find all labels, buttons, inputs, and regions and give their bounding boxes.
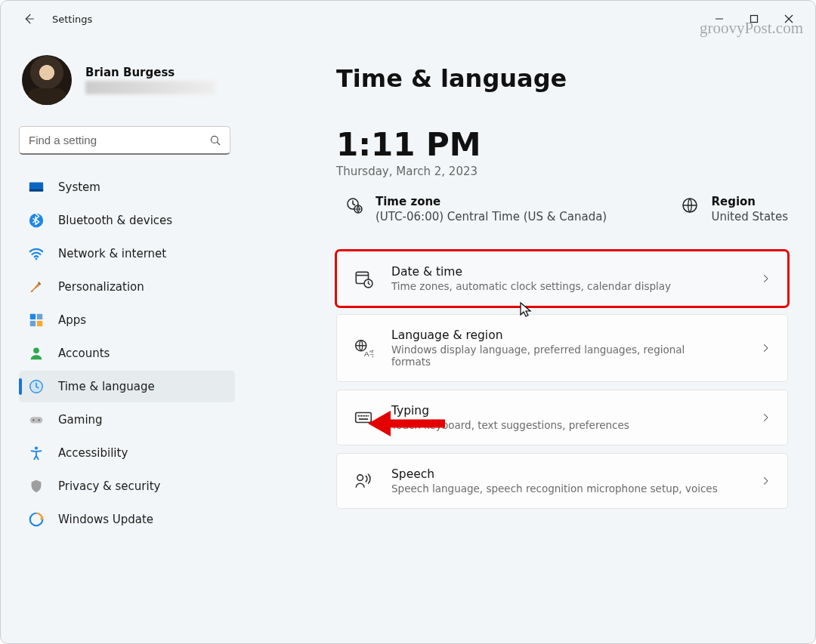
svg-rect-0: [751, 16, 758, 23]
language-icon: A字: [354, 338, 373, 358]
chevron-right-icon: [760, 412, 771, 423]
chevron-right-icon: [760, 343, 771, 353]
maximize-icon: [750, 14, 759, 23]
page-title: Time & language: [336, 64, 788, 93]
system-icon: [28, 179, 45, 196]
sidebar-item-gaming[interactable]: Gaming: [19, 404, 235, 436]
sidebar-item-label: Apps: [58, 313, 86, 327]
settings-cards: Date & time Time zones, automatic clock …: [336, 251, 788, 509]
sidebar-item-privacy[interactable]: Privacy & security: [19, 470, 235, 502]
profile-email-redacted: [85, 81, 215, 94]
card-title: Speech: [391, 467, 718, 481]
card-speech[interactable]: Speech Speech language, speech recogniti…: [336, 453, 788, 509]
card-title: Date & time: [391, 265, 671, 279]
sidebar-item-personalization[interactable]: Personalization: [19, 271, 235, 303]
svg-point-14: [38, 419, 39, 421]
sidebar-item-label: Time & language: [58, 380, 155, 393]
timezone-label: Time zone: [376, 195, 607, 208]
region-value: United States: [711, 210, 788, 223]
card-subtitle: Windows display language, preferred lang…: [391, 344, 724, 368]
svg-point-4: [29, 214, 43, 227]
close-button[interactable]: [771, 7, 806, 31]
card-title: Language & region: [391, 328, 724, 342]
svg-rect-8: [30, 321, 36, 326]
update-icon: [28, 511, 45, 528]
speech-icon: [354, 471, 373, 491]
card-subtitle: Time zones, automatic clock settings, ca…: [391, 280, 671, 292]
region-label: Region: [711, 195, 788, 208]
sidebar-item-label: Bluetooth & devices: [58, 214, 172, 227]
search-icon: [209, 134, 222, 147]
card-subtitle: Touch keyboard, text suggestions, prefer…: [391, 419, 629, 431]
accessibility-icon: [28, 445, 45, 461]
sidebar-item-label: Privacy & security: [58, 479, 160, 493]
profile-text: Brian Burgess: [85, 66, 215, 94]
calendar-clock-icon: [354, 269, 373, 288]
globe-icon: [681, 196, 699, 214]
sidebar-item-label: Gaming: [58, 413, 103, 427]
titlebar-left: Settings: [22, 12, 92, 26]
svg-rect-9: [37, 321, 42, 326]
svg-point-13: [32, 419, 34, 421]
region-block[interactable]: Region United States: [681, 195, 788, 223]
paintbrush-icon: [28, 279, 45, 295]
nav-list: System Bluetooth & devices Network & int…: [19, 171, 235, 535]
person-icon: [28, 345, 45, 362]
svg-point-1: [211, 136, 218, 143]
back-arrow-icon: [22, 12, 36, 26]
svg-point-15: [35, 446, 38, 449]
avatar: [22, 55, 72, 105]
card-date-time[interactable]: Date & time Time zones, automatic clock …: [336, 251, 788, 307]
minimize-icon: [715, 14, 724, 23]
timezone-value: (UTC-06:00) Central Time (US & Canada): [376, 210, 607, 223]
sidebar-item-label: Personalization: [58, 280, 144, 294]
svg-rect-24: [356, 413, 372, 423]
card-language-region[interactable]: A字 Language & region Windows display lan…: [336, 314, 788, 382]
sidebar-item-network[interactable]: Network & internet: [19, 238, 235, 270]
wifi-icon: [28, 245, 45, 262]
svg-point-25: [357, 475, 363, 481]
apps-icon: [28, 312, 45, 328]
close-icon: [784, 14, 793, 23]
sidebar-item-label: Network & internet: [58, 247, 166, 260]
minimize-button[interactable]: [702, 7, 737, 31]
gamepad-icon: [28, 411, 45, 428]
bluetooth-icon: [28, 212, 45, 229]
card-typing[interactable]: Typing Touch keyboard, text suggestions,…: [336, 390, 788, 445]
back-button[interactable]: [22, 12, 36, 26]
profile-block[interactable]: Brian Burgess: [19, 55, 235, 105]
current-time: 1:11 PM: [336, 126, 788, 163]
chevron-right-icon: [760, 273, 771, 284]
sidebar-item-label: System: [58, 180, 100, 194]
svg-point-10: [33, 347, 39, 353]
sidebar-item-accounts[interactable]: Accounts: [19, 337, 235, 369]
main-content: Time & language 1:11 PM Thursday, March …: [243, 37, 815, 643]
app-title: Settings: [52, 14, 92, 25]
svg-rect-12: [30, 417, 43, 423]
settings-window: Settings groovyPost.com Brian Burgess: [0, 0, 816, 644]
card-subtitle: Speech language, speech recognition micr…: [391, 482, 718, 495]
current-date: Thursday, March 2, 2023: [336, 165, 788, 178]
chevron-right-icon: [760, 476, 771, 486]
sidebar-item-apps[interactable]: Apps: [19, 304, 235, 336]
card-title: Typing: [391, 404, 629, 418]
search-box[interactable]: [19, 126, 230, 155]
svg-text:A字: A字: [364, 350, 373, 358]
sidebar-item-time-language[interactable]: Time & language: [19, 371, 235, 402]
svg-point-5: [36, 257, 38, 260]
svg-rect-3: [29, 190, 43, 192]
sidebar-item-label: Windows Update: [58, 513, 153, 526]
window-controls: [702, 7, 806, 31]
sidebar-item-label: Accounts: [58, 347, 110, 360]
maximize-button[interactable]: [737, 7, 771, 31]
clock-globe-icon: [28, 378, 45, 395]
info-row: Time zone (UTC-06:00) Central Time (US &…: [345, 195, 788, 223]
sidebar-item-system[interactable]: System: [19, 171, 235, 203]
sidebar-item-accessibility[interactable]: Accessibility: [19, 437, 235, 469]
sidebar-item-windows-update[interactable]: Windows Update: [19, 504, 235, 535]
search-input[interactable]: [29, 134, 209, 146]
timezone-block[interactable]: Time zone (UTC-06:00) Central Time (US &…: [345, 195, 607, 223]
sidebar-item-bluetooth[interactable]: Bluetooth & devices: [19, 205, 235, 236]
shield-icon: [28, 478, 45, 495]
profile-name: Brian Burgess: [85, 66, 215, 79]
